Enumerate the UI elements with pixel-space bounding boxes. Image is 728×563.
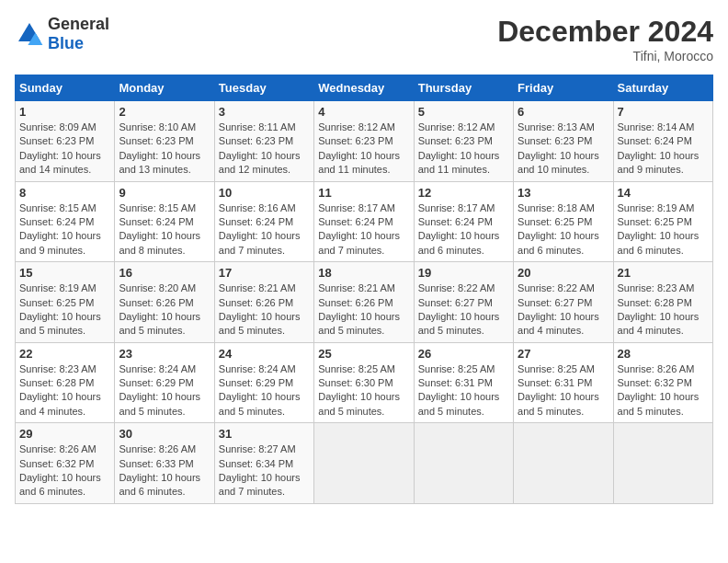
- day-number: 25: [318, 347, 409, 361]
- day-detail: Sunrise: 8:17 AMSunset: 6:24 PMDaylight:…: [418, 201, 509, 259]
- table-row: 18Sunrise: 8:21 AMSunset: 6:26 PMDayligh…: [314, 262, 414, 343]
- table-row: [314, 423, 414, 504]
- day-detail: Sunrise: 8:10 AMSunset: 6:23 PMDaylight:…: [119, 121, 210, 178]
- day-detail: Sunrise: 8:25 AMSunset: 6:30 PMDaylight:…: [318, 362, 409, 419]
- day-number: 10: [219, 186, 310, 200]
- page-header: General Blue December 2024 Tifni, Morocc…: [15, 15, 713, 63]
- table-row: 1Sunrise: 8:09 AMSunset: 6:23 PMDaylight…: [16, 101, 115, 182]
- logo-blue-text: Blue: [48, 34, 84, 52]
- day-detail: Sunrise: 8:17 AMSunset: 6:24 PMDaylight:…: [318, 201, 409, 259]
- table-row: [514, 423, 613, 504]
- day-number: 4: [318, 105, 409, 119]
- col-friday: Friday: [514, 75, 613, 101]
- table-row: 16Sunrise: 8:20 AMSunset: 6:26 PMDayligh…: [115, 262, 214, 343]
- day-detail: Sunrise: 8:12 AMSunset: 6:23 PMDaylight:…: [418, 121, 509, 178]
- day-detail: Sunrise: 8:26 AMSunset: 6:32 PMDaylight:…: [19, 442, 110, 500]
- table-row: 11Sunrise: 8:17 AMSunset: 6:24 PMDayligh…: [314, 181, 414, 262]
- col-tuesday: Tuesday: [214, 75, 313, 101]
- day-number: 6: [518, 105, 609, 119]
- logo: General Blue: [15, 15, 109, 53]
- day-detail: Sunrise: 8:16 AMSunset: 6:24 PMDaylight:…: [219, 201, 310, 259]
- day-number: 23: [119, 347, 210, 361]
- day-detail: Sunrise: 8:25 AMSunset: 6:31 PMDaylight:…: [418, 362, 509, 419]
- days-of-week-row: Sunday Monday Tuesday Wednesday Thursday…: [16, 75, 713, 101]
- table-row: 8Sunrise: 8:15 AMSunset: 6:24 PMDaylight…: [16, 181, 115, 262]
- table-row: 28Sunrise: 8:26 AMSunset: 6:32 PMDayligh…: [613, 342, 712, 423]
- day-number: 12: [418, 186, 509, 200]
- col-monday: Monday: [115, 75, 214, 101]
- table-row: 30Sunrise: 8:26 AMSunset: 6:33 PMDayligh…: [115, 423, 214, 504]
- day-detail: Sunrise: 8:26 AMSunset: 6:32 PMDaylight:…: [618, 362, 709, 419]
- table-row: 20Sunrise: 8:22 AMSunset: 6:27 PMDayligh…: [514, 262, 613, 343]
- table-row: 6Sunrise: 8:13 AMSunset: 6:23 PMDaylight…: [514, 101, 613, 182]
- day-number: 22: [19, 347, 110, 361]
- day-number: 30: [119, 427, 210, 441]
- table-row: 3Sunrise: 8:11 AMSunset: 6:23 PMDaylight…: [214, 101, 313, 182]
- day-number: 14: [618, 186, 709, 200]
- table-row: 5Sunrise: 8:12 AMSunset: 6:23 PMDaylight…: [414, 101, 513, 182]
- location: Tifni, Morocco: [497, 49, 713, 63]
- table-row: 9Sunrise: 8:15 AMSunset: 6:24 PMDaylight…: [115, 181, 214, 262]
- col-sunday: Sunday: [16, 75, 115, 101]
- day-detail: Sunrise: 8:11 AMSunset: 6:23 PMDaylight:…: [219, 121, 310, 178]
- day-number: 16: [119, 266, 210, 280]
- calendar-header: Sunday Monday Tuesday Wednesday Thursday…: [16, 75, 713, 101]
- day-detail: Sunrise: 8:27 AMSunset: 6:34 PMDaylight:…: [219, 442, 310, 500]
- table-row: 19Sunrise: 8:22 AMSunset: 6:27 PMDayligh…: [414, 262, 513, 343]
- day-number: 15: [19, 266, 110, 280]
- col-saturday: Saturday: [613, 75, 712, 101]
- table-row: 12Sunrise: 8:17 AMSunset: 6:24 PMDayligh…: [414, 181, 513, 262]
- day-number: 31: [219, 427, 310, 441]
- table-row: 2Sunrise: 8:10 AMSunset: 6:23 PMDaylight…: [115, 101, 214, 182]
- day-detail: Sunrise: 8:22 AMSunset: 6:27 PMDaylight:…: [418, 282, 509, 339]
- day-number: 26: [418, 347, 509, 361]
- day-detail: Sunrise: 8:23 AMSunset: 6:28 PMDaylight:…: [618, 282, 709, 339]
- day-detail: Sunrise: 8:19 AMSunset: 6:25 PMDaylight:…: [19, 282, 110, 339]
- table-row: 23Sunrise: 8:24 AMSunset: 6:29 PMDayligh…: [115, 342, 214, 423]
- day-number: 7: [618, 105, 709, 119]
- day-number: 24: [219, 347, 310, 361]
- table-row: 17Sunrise: 8:21 AMSunset: 6:26 PMDayligh…: [214, 262, 313, 343]
- day-detail: Sunrise: 8:15 AMSunset: 6:24 PMDaylight:…: [119, 201, 210, 259]
- table-row: 15Sunrise: 8:19 AMSunset: 6:25 PMDayligh…: [16, 262, 115, 343]
- day-number: 9: [119, 186, 210, 200]
- day-number: 8: [19, 186, 110, 200]
- table-row: 14Sunrise: 8:19 AMSunset: 6:25 PMDayligh…: [613, 181, 712, 262]
- day-detail: Sunrise: 8:26 AMSunset: 6:33 PMDaylight:…: [119, 442, 210, 500]
- day-detail: Sunrise: 8:14 AMSunset: 6:24 PMDaylight:…: [618, 121, 709, 178]
- day-detail: Sunrise: 8:25 AMSunset: 6:31 PMDaylight:…: [518, 362, 609, 419]
- month-title: December 2024: [497, 15, 713, 49]
- day-number: 3: [219, 105, 310, 119]
- day-detail: Sunrise: 8:15 AMSunset: 6:24 PMDaylight:…: [19, 201, 110, 259]
- table-row: 27Sunrise: 8:25 AMSunset: 6:31 PMDayligh…: [514, 342, 613, 423]
- day-number: 27: [518, 347, 609, 361]
- logo-general-text: General: [48, 15, 109, 33]
- day-detail: Sunrise: 8:22 AMSunset: 6:27 PMDaylight:…: [518, 282, 609, 339]
- day-detail: Sunrise: 8:21 AMSunset: 6:26 PMDaylight:…: [318, 282, 409, 339]
- calendar-body: 1Sunrise: 8:09 AMSunset: 6:23 PMDaylight…: [16, 101, 713, 504]
- table-row: 24Sunrise: 8:24 AMSunset: 6:29 PMDayligh…: [214, 342, 313, 423]
- table-row: [613, 423, 712, 504]
- day-number: 1: [19, 105, 110, 119]
- day-number: 28: [618, 347, 709, 361]
- table-row: 25Sunrise: 8:25 AMSunset: 6:30 PMDayligh…: [314, 342, 414, 423]
- table-row: 10Sunrise: 8:16 AMSunset: 6:24 PMDayligh…: [214, 181, 313, 262]
- table-row: 31Sunrise: 8:27 AMSunset: 6:34 PMDayligh…: [214, 423, 313, 504]
- day-detail: Sunrise: 8:23 AMSunset: 6:28 PMDaylight:…: [19, 362, 110, 419]
- col-thursday: Thursday: [414, 75, 513, 101]
- day-number: 17: [219, 266, 310, 280]
- day-detail: Sunrise: 8:19 AMSunset: 6:25 PMDaylight:…: [618, 201, 709, 259]
- calendar-table: Sunday Monday Tuesday Wednesday Thursday…: [15, 75, 713, 504]
- calendar-week-row: 8Sunrise: 8:15 AMSunset: 6:24 PMDaylight…: [16, 181, 713, 262]
- day-number: 2: [119, 105, 210, 119]
- day-detail: Sunrise: 8:21 AMSunset: 6:26 PMDaylight:…: [219, 282, 310, 339]
- calendar-week-row: 29Sunrise: 8:26 AMSunset: 6:32 PMDayligh…: [16, 423, 713, 504]
- day-detail: Sunrise: 8:09 AMSunset: 6:23 PMDaylight:…: [19, 121, 110, 178]
- table-row: 13Sunrise: 8:18 AMSunset: 6:25 PMDayligh…: [514, 181, 613, 262]
- day-number: 5: [418, 105, 509, 119]
- table-row: 29Sunrise: 8:26 AMSunset: 6:32 PMDayligh…: [16, 423, 115, 504]
- calendar-week-row: 1Sunrise: 8:09 AMSunset: 6:23 PMDaylight…: [16, 101, 713, 182]
- table-row: 22Sunrise: 8:23 AMSunset: 6:28 PMDayligh…: [16, 342, 115, 423]
- day-detail: Sunrise: 8:24 AMSunset: 6:29 PMDaylight:…: [219, 362, 310, 419]
- table-row: 4Sunrise: 8:12 AMSunset: 6:23 PMDaylight…: [314, 101, 414, 182]
